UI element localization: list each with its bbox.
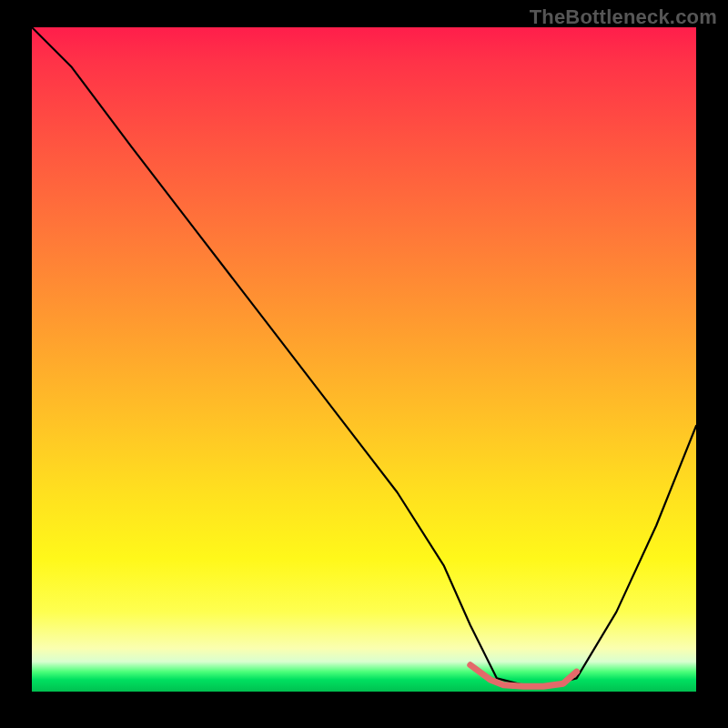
chart-marker-minimum — [470, 665, 577, 686]
chart-svg — [32, 27, 696, 692]
chart-curve — [32, 27, 696, 685]
chart-area — [32, 27, 696, 692]
watermark-text: TheBottleneck.com — [530, 5, 717, 29]
